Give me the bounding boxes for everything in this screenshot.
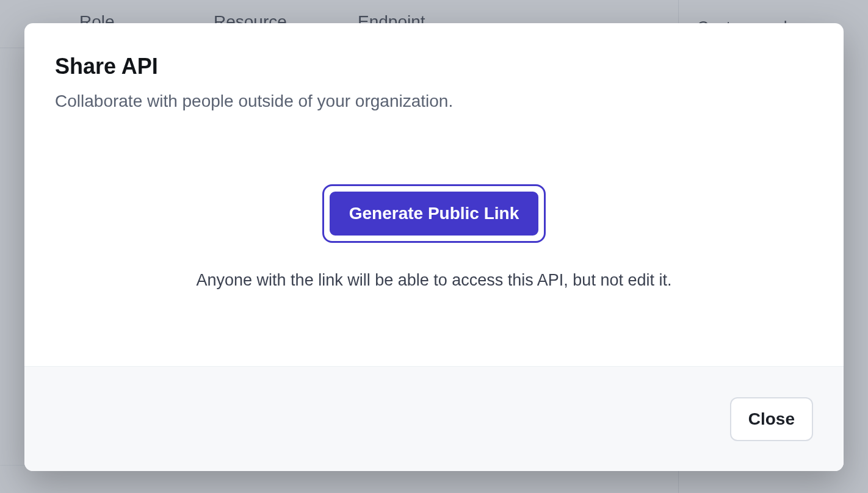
close-button[interactable]: Close: [730, 397, 813, 441]
generate-public-link-button[interactable]: Generate Public Link: [328, 190, 541, 237]
modal-note: Anyone with the link will be able to acc…: [55, 271, 813, 290]
modal-center: Generate Public Link Anyone with the lin…: [55, 184, 813, 290]
modal-subtitle: Collaborate with people outside of your …: [55, 92, 813, 111]
modal-body: Share API Collaborate with people outsid…: [24, 23, 844, 366]
modal-footer: Close: [24, 366, 844, 471]
share-api-modal: Share API Collaborate with people outsid…: [24, 23, 844, 471]
modal-title: Share API: [55, 54, 813, 79]
generate-button-focus-ring: Generate Public Link: [322, 184, 546, 243]
